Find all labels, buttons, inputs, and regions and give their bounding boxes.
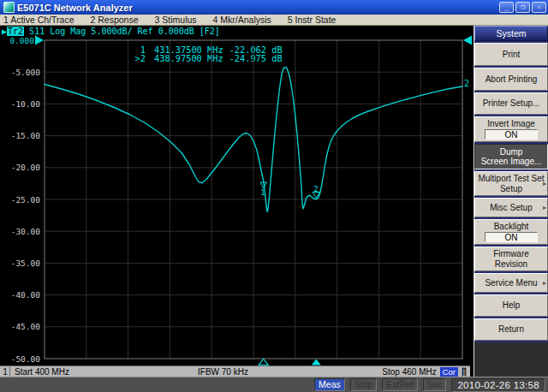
restore-button[interactable]: ❐ — [515, 2, 530, 13]
softkey-help[interactable]: Help — [474, 294, 548, 317]
softkey-label: Revision — [495, 259, 527, 270]
softkey-backlight[interactable]: Backlight ON — [474, 219, 548, 245]
correction-badge: Cor — [440, 367, 458, 377]
y-axis-label: -15.00 — [11, 131, 41, 140]
menu-item-instr-state[interactable]: 5 Instr State — [288, 15, 337, 25]
status-datetime: 2010-02-26 13:58 — [451, 378, 545, 392]
window-controls: _ ❐ ✕ — [499, 2, 546, 13]
y-axis-label: -45.00 — [11, 322, 41, 331]
softkey-return[interactable]: Return — [474, 318, 548, 341]
y-axis-ref-label: 0.000 — [9, 36, 34, 45]
main-area: ▶Tr2 S11 Log Mag 5.000dB/ Ref 0.000dB [F… — [0, 26, 548, 377]
softkey-label: Service Menu — [485, 278, 537, 288]
softkey-label: Abort Printing — [485, 74, 538, 85]
softkey-label: Printer Setup... — [483, 98, 540, 109]
softkey-multiport-test-set-setup[interactable]: Multiport Test Set Setup ▸ — [474, 171, 548, 196]
menu-item-stimulus[interactable]: 3 Stimulus — [155, 15, 197, 25]
window-titlebar: E5071C Network Analyzer _ ❐ ✕ — [0, 0, 548, 15]
submenu-arrow-icon: ▸ — [543, 203, 546, 213]
softkey-dump-screen-image[interactable]: Dump Screen Image... — [474, 144, 548, 169]
softkey-label: Backlight — [494, 222, 529, 232]
status-extref-indicator: ExtRef — [382, 378, 418, 391]
minimize-icon: _ — [504, 3, 509, 11]
y-axis-label: -30.00 — [11, 227, 41, 236]
app-icon — [3, 2, 15, 13]
softkey-invert-image[interactable]: Invert Image ON — [474, 116, 548, 142]
softkey-label: Invert Image — [487, 119, 535, 129]
softkey-label: Dump — [500, 147, 523, 157]
app-window: E5071C Network Analyzer _ ❐ ✕ 1 Active C… — [0, 0, 548, 392]
y-axis-label: -25.00 — [11, 195, 41, 205]
softkey-misc-setup[interactable]: Misc Setup ▸ — [474, 198, 548, 217]
softkey-firmware-revision[interactable]: Firmware Revision — [474, 246, 548, 271]
status-stop-indicator: Stop — [350, 378, 378, 391]
stimulus-bar: 1 Start 400 MHz IFBW 70 kHz Stop 460 MHz… — [0, 365, 470, 377]
marker-1-label: 1 — [260, 188, 265, 197]
stop-frequency: Stop 460 MHz — [382, 367, 436, 377]
toggle-state-on: ON — [485, 232, 538, 242]
softkey-label: Screen Image... — [481, 157, 542, 167]
ref-level-triangle-right — [463, 36, 472, 45]
grid-lines — [45, 40, 462, 359]
marker-2-position-triangle — [312, 359, 321, 365]
close-icon: ✕ — [537, 3, 541, 11]
softkey-label: Firmware — [493, 249, 529, 259]
submenu-arrow-icon: ▸ — [543, 179, 546, 189]
softkey-column: Print Abort Printing Printer Setup... In… — [474, 41, 548, 342]
window-title: E5071C Network Analyzer — [17, 3, 133, 13]
y-axis-label: -10.00 — [11, 99, 41, 109]
softkey-label: Misc Setup — [490, 203, 532, 213]
close-button[interactable]: ✕ — [532, 2, 546, 13]
minimize-button[interactable]: _ — [499, 2, 514, 13]
menu-item-active-ch-trace[interactable]: 1 Active Ch/Trace — [3, 15, 74, 25]
lcd-screen: ▶Tr2 S11 Log Mag 5.000dB/ Ref 0.000dB [F… — [0, 26, 474, 377]
restore-icon: ❐ — [521, 3, 525, 11]
ref-level-triangle-left — [35, 36, 44, 45]
y-axis-label: -40.00 — [11, 290, 41, 300]
y-axis-label: -35.00 — [11, 258, 41, 268]
softkey-panel-filler — [474, 342, 548, 377]
channel-number: 1 — [1, 366, 10, 377]
menu-item-response[interactable]: 2 Response — [90, 15, 138, 25]
menu-item-mkr-analysis[interactable]: 4 Mkr/Analysis — [213, 15, 271, 25]
softkey-label: Help — [503, 300, 521, 311]
y-axis-label: -20.00 — [11, 163, 41, 172]
trace-number-label: 2 — [464, 79, 469, 88]
softkey-printer-setup[interactable]: Printer Setup... — [474, 92, 548, 115]
aux-indicator: | — [462, 367, 467, 377]
y-axis-label: -5.000 — [11, 68, 41, 77]
status-svc-indicator: Svc — [423, 378, 447, 391]
softkey-print[interactable]: Print — [474, 43, 548, 66]
instrument-status-bar: Meas Stop ExtRef Svc 2010-02-26 13:58 — [0, 377, 548, 392]
softkey-label: Multiport Test Set — [478, 174, 544, 184]
softkey-label: Setup — [500, 184, 522, 194]
toggle-state-on: ON — [485, 129, 538, 140]
submenu-arrow-icon: ▸ — [543, 278, 546, 288]
softkey-label: Print — [503, 50, 521, 60]
softkey-service-menu[interactable]: Service Menu ▸ — [474, 273, 548, 293]
status-meas-indicator: Meas — [314, 378, 345, 391]
marker-1-position-triangle — [259, 359, 268, 365]
softkey-abort-printing[interactable]: Abort Printing — [474, 68, 548, 91]
softkey-label: Return — [498, 324, 524, 335]
softkey-panel: System Print Abort Printing Printer Setu… — [474, 26, 548, 377]
y-axis-label: -50.00 — [11, 354, 41, 364]
graticule: 0.000 -5.000 -10.00 -15.00 -20.00 -25.00… — [0, 26, 474, 365]
softkey-menu-title: System — [474, 26, 548, 41]
menu-bar: 1 Active Ch/Trace 2 Response 3 Stimulus … — [0, 15, 548, 26]
